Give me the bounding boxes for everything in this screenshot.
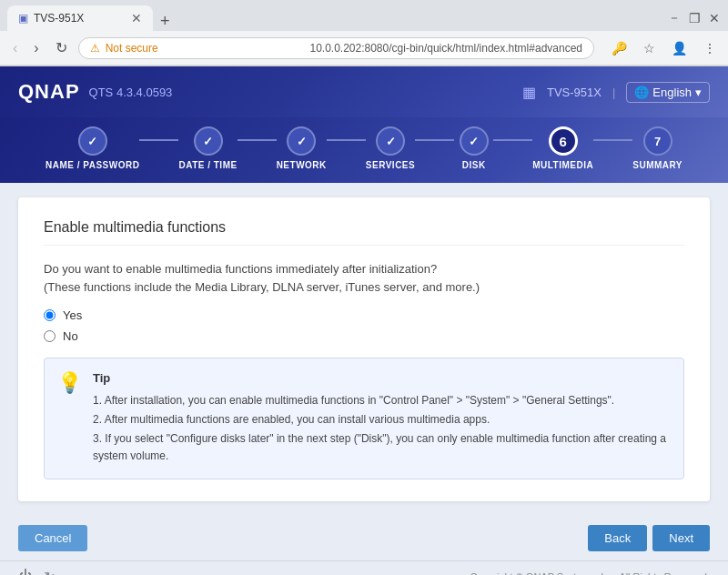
address-bar[interactable]: ⚠ Not secure 10.0.0.202:8080/cgi-bin/qui… <box>78 37 594 59</box>
restore-button[interactable]: ❐ <box>688 12 701 25</box>
step-circle-6: 6 <box>549 126 578 156</box>
nav-icons: 🔑 ☆ 👤 ⋮ <box>607 37 721 59</box>
radio-yes-text: Yes <box>63 308 82 322</box>
forward-button[interactable]: › <box>28 36 44 60</box>
url-text: 10.0.0.202:8080/cgi-bin/quick/html/index… <box>309 42 582 55</box>
header-right: ▦ TVS-951X | 🌐 English ▾ <box>522 82 710 103</box>
step-line-4 <box>415 139 454 141</box>
step-label-5: DISK <box>462 160 486 170</box>
step-circle-1: ✓ <box>78 126 107 156</box>
back-nav-button[interactable]: Back <box>588 525 647 551</box>
tip-item-3: If you select "Configure disks later" in… <box>93 430 671 465</box>
header-divider: | <box>612 86 615 99</box>
next-button[interactable]: Next <box>652 525 710 551</box>
window-controls: － ❐ ✕ <box>668 12 721 25</box>
reload-button[interactable]: ↻ <box>50 35 73 60</box>
radio-no[interactable] <box>44 330 56 342</box>
tab-title: TVS-951X <box>34 12 126 25</box>
step-label-2: DATE / TIME <box>178 160 237 170</box>
description: Do you want to enable multimedia functio… <box>44 260 684 296</box>
tab-favicon: ▣ <box>18 12 28 25</box>
footer-nav: Back Next <box>588 525 710 551</box>
radio-group: Yes No <box>44 308 684 343</box>
step-label-4: SERVICES <box>366 160 415 170</box>
copyright-text: Copyright © QNAP Systems, Inc. All Right… <box>470 571 710 575</box>
radio-no-label[interactable]: No <box>44 329 684 343</box>
tip-box: 💡 Tip After installation, you can enable… <box>44 358 684 479</box>
tip-bulb-icon: 💡 <box>57 371 82 468</box>
qnap-logo: QNAP QTS 4.3.4.0593 <box>18 80 172 104</box>
step-label-1: NAME / PASSWORD <box>46 160 139 170</box>
cancel-button[interactable]: Cancel <box>18 525 87 551</box>
tip-item-1: After installation, you can enable multi… <box>93 392 671 409</box>
step-date-time: ✓ DATE / TIME <box>178 126 237 170</box>
desc-line2: (These functions include the Media Libra… <box>44 280 480 294</box>
tip-list: After installation, you can enable multi… <box>93 392 671 466</box>
nav-bar: ‹ › ↻ ⚠ Not secure 10.0.0.202:8080/cgi-b… <box>0 31 728 66</box>
step-circle-5: ✓ <box>460 126 489 156</box>
step-circle-4: ✓ <box>376 126 405 156</box>
tip-content: Tip After installation, you can enable m… <box>93 369 671 468</box>
step-circle-3: ✓ <box>287 126 316 156</box>
bottom-icons: ⏻ ↻ <box>18 569 56 575</box>
globe-icon: 🌐 <box>634 86 649 99</box>
step-line-3 <box>327 139 366 141</box>
step-multimedia: 6 MULTIMEDIA <box>532 126 593 170</box>
page-wrapper: ▣ TVS-951X ✕ + － ❐ ✕ ‹ › ↻ ⚠ Not secure … <box>0 0 728 575</box>
step-name-password: ✓ NAME / PASSWORD <box>46 126 139 170</box>
step-disk: ✓ DISK <box>454 126 493 170</box>
radio-no-text: No <box>63 329 78 343</box>
power-icon[interactable]: ⏻ <box>18 569 33 575</box>
step-label-7: SUMMARY <box>632 160 682 170</box>
step-network: ✓ NETWORK <box>277 126 327 170</box>
stepper-inner: ✓ NAME / PASSWORD ✓ DATE / TIME ✓ NETWOR… <box>46 126 682 170</box>
qnap-header: QNAP QTS 4.3.4.0593 ▦ TVS-951X | 🌐 Engli… <box>0 66 728 117</box>
device-name: TVS-951X <box>547 86 602 99</box>
step-label-6: MULTIMEDIA <box>532 160 593 170</box>
browser-chrome: ▣ TVS-951X ✕ + － ❐ ✕ ‹ › ↻ ⚠ Not secure … <box>0 0 728 66</box>
step-circle-2: ✓ <box>194 126 223 156</box>
new-tab-button[interactable]: + <box>157 12 174 31</box>
radio-yes[interactable] <box>44 309 56 321</box>
bottom-bar: ⏻ ↻ Copyright © QNAP Systems, Inc. All R… <box>0 560 728 575</box>
card-title: Enable multimedia functions <box>44 219 684 246</box>
language-label: English <box>652 86 692 99</box>
step-label-3: NETWORK <box>277 160 327 170</box>
step-services: ✓ SERVICES <box>366 126 415 170</box>
qnap-version: QTS 4.3.4.0593 <box>89 86 173 99</box>
content-area: QNAP QTS 4.3.4.0593 ▦ TVS-951X | 🌐 Engli… <box>0 66 728 575</box>
dropdown-arrow: ▾ <box>695 86 702 99</box>
menu-icon[interactable]: ⋮ <box>699 37 721 59</box>
tab-close-button[interactable]: ✕ <box>131 12 142 25</box>
account-icon[interactable]: 👤 <box>667 37 692 59</box>
stepper: ✓ NAME / PASSWORD ✓ DATE / TIME ✓ NETWOR… <box>0 117 728 183</box>
tip-title: Tip <box>93 369 671 388</box>
desc-line1: Do you want to enable multimedia functio… <box>44 262 437 276</box>
tip-item-2: After multimedia functions are enabled, … <box>93 411 671 429</box>
active-tab[interactable]: ▣ TVS-951X ✕ <box>7 5 153 31</box>
security-label: Not secure <box>106 42 299 55</box>
star-icon[interactable]: ☆ <box>639 37 660 59</box>
step-line-5 <box>493 139 532 141</box>
device-icon: ▦ <box>522 84 536 101</box>
close-window-button[interactable]: ✕ <box>708 12 721 25</box>
tab-strip: ▣ TVS-951X ✕ + <box>7 5 174 31</box>
language-selector[interactable]: 🌐 English ▾ <box>626 82 710 103</box>
step-summary: 7 SUMMARY <box>632 126 682 170</box>
radio-yes-label[interactable]: Yes <box>44 308 684 322</box>
main-area: Enable multimedia functions Do you want … <box>0 183 728 516</box>
main-card: Enable multimedia functions Do you want … <box>18 197 710 501</box>
security-icon: ⚠ <box>90 42 100 55</box>
key-icon[interactable]: 🔑 <box>607 37 632 59</box>
qnap-logo-text: QNAP <box>18 80 80 104</box>
back-button[interactable]: ‹ <box>7 36 23 60</box>
refresh-icon[interactable]: ↻ <box>44 569 56 575</box>
step-line-6 <box>593 139 632 141</box>
step-line-1 <box>139 139 178 141</box>
step-line-2 <box>238 139 277 141</box>
minimize-button[interactable]: － <box>668 12 681 25</box>
step-circle-7: 7 <box>643 126 672 156</box>
footer-bar: Cancel Back Next <box>0 516 728 560</box>
title-bar: ▣ TVS-951X ✕ + － ❐ ✕ <box>0 0 728 31</box>
